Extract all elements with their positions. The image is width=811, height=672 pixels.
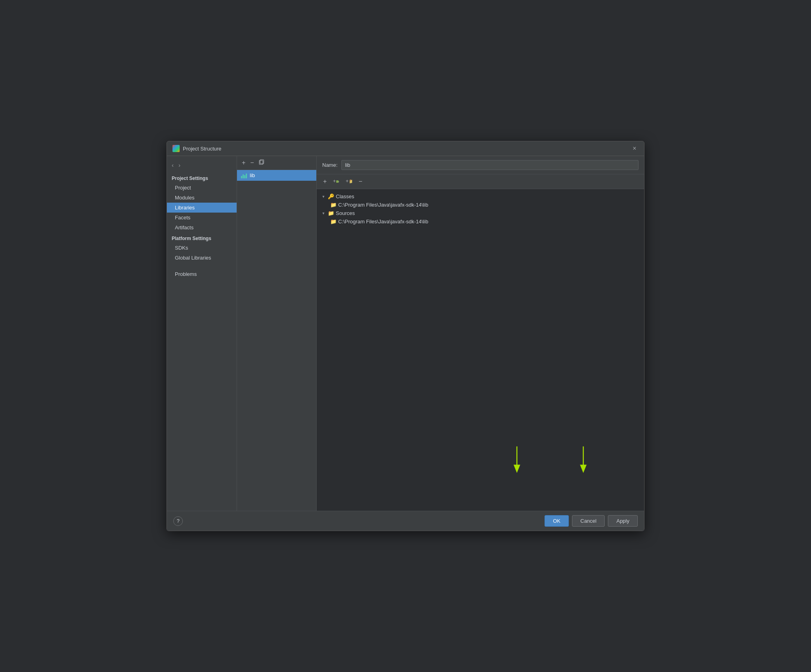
svg-text:+: + xyxy=(333,178,336,184)
sources-path-text: C:\Program Files\Java\javafx-sdk-14\lib xyxy=(338,219,428,225)
ok-button[interactable]: OK xyxy=(545,515,569,527)
lib-toolbar: + − xyxy=(237,156,316,170)
svg-text:+: + xyxy=(346,178,349,184)
project-structure-dialog: Project Structure × ‹ › Project Settings… xyxy=(167,141,644,531)
sidebar-item-problems[interactable]: Problems xyxy=(167,269,237,279)
forward-button[interactable]: › xyxy=(177,161,182,169)
name-label: Name: xyxy=(322,162,337,168)
sidebar-item-libraries[interactable]: Libraries xyxy=(167,203,237,213)
tree-add-folder-button[interactable]: + 📁 xyxy=(343,177,355,186)
sources-icon: 📁 xyxy=(328,210,334,216)
sidebar-item-sdks[interactable]: SDKs xyxy=(167,243,237,253)
name-input[interactable] xyxy=(341,160,639,170)
sidebar-item-artifacts[interactable]: Artifacts xyxy=(167,223,237,232)
classes-label: Classes xyxy=(336,193,354,199)
nav-toolbar: ‹ › xyxy=(167,159,237,172)
tree-area: ▼ 🔑 Classes 📁 C:\Program Files\Java\java… xyxy=(317,189,644,511)
name-row: Name: xyxy=(317,156,644,174)
tree-add-special-button[interactable]: + → xyxy=(331,177,342,186)
lib-bar-chart-icon xyxy=(241,173,247,178)
sources-children: 📁 C:\Program Files\Java\javafx-sdk-14\li… xyxy=(321,217,640,226)
sidebar-item-facets[interactable]: Facets xyxy=(167,213,237,223)
back-button[interactable]: ‹ xyxy=(170,161,175,169)
copy-library-button[interactable] xyxy=(257,158,266,167)
sources-tree-node[interactable]: ▼ 📁 Sources xyxy=(321,209,640,217)
sidebar-item-global-libraries[interactable]: Global Libraries xyxy=(167,253,237,263)
platform-settings-header: Platform Settings xyxy=(167,232,237,243)
tree-toolbar: + + → + 📁 xyxy=(317,174,644,189)
close-button[interactable]: × xyxy=(631,145,639,152)
middle-area: + − lib xyxy=(237,156,644,511)
lib-item-label: lib xyxy=(250,172,255,178)
apply-button[interactable]: Apply xyxy=(608,515,638,527)
sources-expander: ▼ xyxy=(321,211,326,216)
classes-path-item[interactable]: 📁 C:\Program Files\Java\javafx-sdk-14\li… xyxy=(330,201,640,209)
detail-panel: Name: + + → xyxy=(317,156,644,511)
help-button[interactable]: ? xyxy=(173,516,183,526)
classes-children: 📁 C:\Program Files\Java\javafx-sdk-14\li… xyxy=(321,201,640,209)
dialog-body: ‹ › Project Settings Project Modules Lib… xyxy=(167,156,644,511)
title-bar-left: Project Structure xyxy=(172,145,221,152)
project-settings-header: Project Settings xyxy=(167,172,237,183)
tree-add-button[interactable]: + xyxy=(321,177,329,186)
title-bar: Project Structure × xyxy=(167,141,644,156)
sidebar-item-project[interactable]: Project xyxy=(167,183,237,193)
dialog-title: Project Structure xyxy=(183,146,221,152)
sidebar: ‹ › Project Settings Project Modules Lib… xyxy=(167,156,237,511)
folder-icon-sources: 📁 xyxy=(330,219,337,225)
remove-library-button[interactable]: − xyxy=(249,158,255,167)
cancel-button[interactable]: Cancel xyxy=(572,515,605,527)
svg-text:📁: 📁 xyxy=(349,178,352,184)
sources-path-item[interactable]: 📁 C:\Program Files\Java\javafx-sdk-14\li… xyxy=(330,217,640,226)
classes-expander: ▼ xyxy=(321,194,326,199)
sidebar-item-modules[interactable]: Modules xyxy=(167,193,237,203)
folder-icon-classes: 📁 xyxy=(330,202,337,208)
lib-list-item[interactable]: lib xyxy=(237,170,316,181)
classes-tree-node[interactable]: ▼ 🔑 Classes xyxy=(321,192,640,201)
app-icon xyxy=(172,145,180,152)
svg-text:→: → xyxy=(337,180,339,184)
action-buttons: OK Cancel Apply xyxy=(545,515,638,527)
classes-path-text: C:\Program Files\Java\javafx-sdk-14\lib xyxy=(338,202,428,208)
add-library-button[interactable]: + xyxy=(240,158,247,167)
bottom-bar: ? OK Cancel Apply xyxy=(167,511,644,531)
lib-panel: + − lib xyxy=(237,156,317,511)
tree-remove-button[interactable]: − xyxy=(356,177,364,186)
sources-label: Sources xyxy=(336,210,355,216)
classes-icon: 🔑 xyxy=(328,193,334,199)
